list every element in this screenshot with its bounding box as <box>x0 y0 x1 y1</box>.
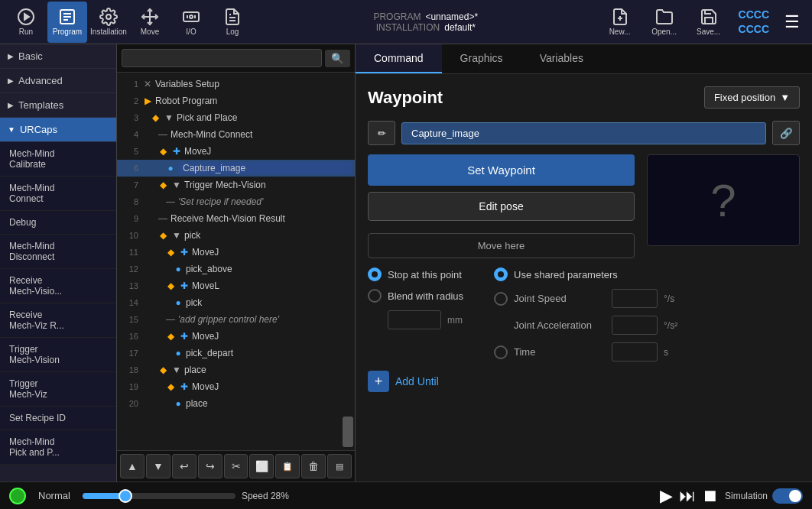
save-button[interactable]: Save... <box>688 2 729 43</box>
paste-button[interactable]: 📋 <box>275 454 300 478</box>
set-waypoint-button[interactable]: Set Waypoint <box>368 154 635 186</box>
tree-row[interactable]: 19 ◆ ✚ MoveJ <box>117 378 355 395</box>
tree-row[interactable]: 20 ● place <box>117 395 355 412</box>
top-bar: Run Program Installation <box>0 0 812 44</box>
add-until-label[interactable]: Add Until <box>395 375 439 387</box>
tree-row[interactable]: 15 — 'add gripper control here' <box>117 311 355 328</box>
comment-icon: — <box>164 313 177 326</box>
tree-row[interactable]: 11 ◆ ✚ MoveJ <box>117 244 355 261</box>
tree-row[interactable]: 4 — Mech-Mind Connect <box>117 126 355 143</box>
edit-pose-button[interactable]: Edit pose <box>368 192 635 221</box>
tab-variables[interactable]: Variables <box>521 44 602 73</box>
speed-track[interactable] <box>83 493 235 499</box>
open-button[interactable]: Open... <box>644 2 685 43</box>
step-button[interactable]: ⏭ <box>679 486 696 506</box>
shared-params-radio[interactable] <box>494 267 508 281</box>
tab-installation[interactable]: Installation <box>89 2 128 43</box>
sidebar-item-advanced[interactable]: ▶ Advanced <box>0 69 116 93</box>
tree-row-selected[interactable]: 6 ● Capture_image <box>117 160 355 177</box>
joint-accel-row: Joint Acceleration 80 °/s² <box>494 316 677 335</box>
position-type-dropdown[interactable]: Fixed position ▼ <box>704 86 800 109</box>
tab-program[interactable]: Program <box>47 2 87 43</box>
scroll-handle[interactable] <box>343 417 353 447</box>
move-down-button[interactable]: ▼ <box>146 454 171 478</box>
delete-button[interactable]: 🗑 <box>301 454 326 478</box>
tab-io[interactable]: I/O <box>171 2 211 43</box>
comment-icon: — <box>164 196 177 208</box>
tab-log[interactable]: Log <box>213 2 252 43</box>
sidebar-sub-item-calibrate[interactable]: Mech-Mind Calibrate <box>0 142 116 177</box>
tab-graphics[interactable]: Graphics <box>442 44 521 73</box>
sidebar-sub-item-connect[interactable]: Mech-Mind Connect <box>0 177 116 211</box>
move-up-button[interactable]: ▲ <box>120 454 145 478</box>
menu-button[interactable]: ☰ <box>778 12 806 32</box>
sim-toggle[interactable] <box>772 488 803 504</box>
link-button[interactable]: 🔗 <box>772 121 800 145</box>
copy-button[interactable]: ⬜ <box>249 454 274 478</box>
chevron-right-icon: ▶ <box>8 76 14 85</box>
tree-row[interactable]: 8 — 'Set recipe if needed' <box>117 193 355 210</box>
tab-run[interactable]: Run <box>6 2 46 43</box>
waypoint-icon: ◆ <box>164 246 177 258</box>
undo-button[interactable]: ↩ <box>172 454 197 478</box>
time-radio[interactable] <box>494 345 508 359</box>
waypoint-name-display: Capture_image <box>401 122 766 144</box>
chevron-down-icon: ▼ <box>8 125 15 134</box>
sidebar-sub-item-receive-vision[interactable]: Receive Mech-Visio... <box>0 269 116 303</box>
edit-icon-button[interactable]: ✏ <box>368 121 395 145</box>
tab-command[interactable]: Command <box>356 44 442 73</box>
sidebar-sub-item-trigger-viz[interactable]: Trigger Mech-Viz <box>0 372 116 407</box>
sidebar-item-templates[interactable]: ▶ Templates <box>0 93 116 118</box>
extra-button[interactable]: ▤ <box>327 454 352 478</box>
dot-filled-icon: ● <box>172 297 184 309</box>
tree-row[interactable]: 12 ● pick_above <box>117 261 355 277</box>
chevron-down-icon: ▼ <box>780 92 790 103</box>
sidebar-sub-item-disconnect[interactable]: Mech-Mind Disconnect <box>0 235 116 269</box>
stop-radio[interactable] <box>368 267 382 281</box>
stop-button[interactable]: ⏹ <box>702 486 719 506</box>
sidebar-sub-item-receive-viz[interactable]: Receive Mech-Viz R... <box>0 303 116 338</box>
add-until-button[interactable]: + <box>368 371 389 392</box>
waypoint-icon: ◆ <box>157 179 169 191</box>
tree-row[interactable]: 17 ● pick_depart <box>117 345 355 361</box>
tree-row[interactable]: 2 ▶ Robot Program <box>117 92 355 109</box>
sidebar-sub-item-trigger-vision[interactable]: Trigger Mech-Vision <box>0 338 116 372</box>
tree-row[interactable]: 14 ● pick <box>117 294 355 311</box>
toolbar-right: New... Open... Save... CCCC CCCC ☰ <box>593 2 812 43</box>
joint-speed-input[interactable]: 60 <box>612 289 658 308</box>
blend-radius-row: 0 mm <box>388 310 463 329</box>
sidebar-sub-item-pick[interactable]: Mech-Mind Pick and P... <box>0 430 116 465</box>
blend-radio[interactable] <box>368 289 382 303</box>
waypoint-icon: ◆ <box>157 145 169 157</box>
svg-point-6 <box>106 15 111 19</box>
tree-row[interactable]: 3 ◆ ▼ Pick and Place <box>117 109 355 126</box>
cut-button[interactable]: ✂ <box>224 454 248 478</box>
tree-row[interactable]: 7 ◆ ▼ Trigger Mech-Vision <box>117 177 355 193</box>
shared-params-row: Use shared parameters <box>494 267 677 281</box>
time-input[interactable]: 2.0 <box>612 342 658 361</box>
tree-row[interactable]: 21 — 'add gripper control here' <box>117 412 355 417</box>
robot-icon: ▶ <box>141 95 154 107</box>
search-button[interactable]: 🔍 <box>325 50 350 67</box>
joint-accel-input[interactable]: 80 <box>612 316 658 335</box>
sidebar-sub-item-debug[interactable]: Debug <box>0 211 116 235</box>
tree-row[interactable]: 1 ✕ Variables Setup <box>117 76 355 92</box>
blend-radius-input[interactable]: 0 <box>388 310 441 329</box>
triangle-down-icon: ▼ <box>171 364 183 376</box>
tab-move[interactable]: Move <box>130 2 170 43</box>
tree-row[interactable]: 18 ◆ ▼ place <box>117 361 355 378</box>
tree-row[interactable]: 16 ◆ ✚ MoveJ <box>117 328 355 345</box>
joint-speed-radio[interactable] <box>494 292 508 306</box>
tree-row[interactable]: 5 ◆ ✚ MoveJ <box>117 143 355 160</box>
move-here-button[interactable]: Move here <box>368 233 635 258</box>
play-button[interactable]: ▶ <box>660 486 673 506</box>
tree-row[interactable]: 9 — Receive Mech-Vision Result <box>117 210 355 227</box>
sidebar-item-urcaps[interactable]: ▼ URCaps <box>0 118 116 142</box>
sidebar-item-basic[interactable]: ▶ Basic <box>0 44 116 69</box>
sidebar-sub-item-set-recipe[interactable]: Set Recipe ID <box>0 407 116 430</box>
tree-row[interactable]: 10 ◆ ▼ pick <box>117 227 355 244</box>
tree-row[interactable]: 13 ◆ ✚ MoveL <box>117 277 355 294</box>
search-input[interactable] <box>122 49 322 67</box>
new-button[interactable]: New... <box>599 2 641 43</box>
redo-button[interactable]: ↪ <box>198 454 222 478</box>
